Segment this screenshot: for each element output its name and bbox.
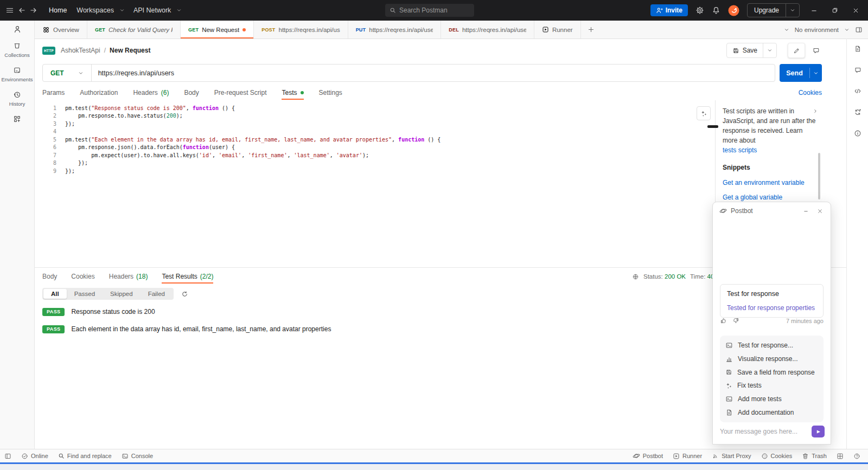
statusbar-sidebar-panel[interactable] xyxy=(4,453,11,460)
window-minimize-icon[interactable] xyxy=(807,7,821,14)
rename-pencil-button[interactable] xyxy=(788,43,805,58)
response-tab-cookies[interactable]: Cookies xyxy=(71,269,94,284)
nav-workspaces[interactable]: Workspaces xyxy=(76,7,114,14)
environment-selector[interactable]: No environment xyxy=(795,27,839,33)
sidebar-item-collections[interactable]: Collections xyxy=(4,42,29,58)
upgrade-button[interactable]: Upgrade xyxy=(747,3,800,17)
url-input[interactable]: https://reqres.in/api/users xyxy=(92,69,174,77)
thumbs-up-icon[interactable] xyxy=(720,317,727,324)
postbot-action-add-more-tests[interactable]: Add more tests xyxy=(725,395,818,403)
rightstrip-comment-icon[interactable] xyxy=(854,66,861,74)
code-line[interactable]: 4 xyxy=(42,128,710,136)
refresh-icon[interactable] xyxy=(181,291,188,298)
code-line[interactable]: 8 }); xyxy=(42,159,710,168)
statusbar-console[interactable]: Console xyxy=(122,453,153,460)
nav-api-network[interactable]: API Network xyxy=(133,7,171,14)
postbot-action-visualize-response[interactable]: Visualize response... xyxy=(725,355,818,363)
filter-skipped[interactable]: Skipped xyxy=(103,289,141,299)
postman-logo[interactable] xyxy=(728,5,739,16)
invite-button[interactable]: Invite xyxy=(650,4,688,16)
window-close-icon[interactable] xyxy=(849,7,863,14)
postbot-action-save-a-field-from-response[interactable]: Save a field from response xyxy=(725,369,818,376)
request-tab-body[interactable]: Body xyxy=(184,86,199,100)
postbot-result-link[interactable]: Tested for response properties xyxy=(727,304,816,312)
comment-button[interactable] xyxy=(808,43,824,57)
search-input[interactable]: Search Postman xyxy=(385,4,474,17)
postbot-action-fix-tests[interactable]: Fix tests xyxy=(725,382,818,389)
postbot-editor-button[interactable] xyxy=(697,106,711,120)
request-tab-params[interactable]: Params xyxy=(42,86,65,100)
response-tab-headers[interactable]: Headers(18) xyxy=(109,269,148,284)
statusbar-help[interactable] xyxy=(853,453,860,460)
rightstrip-code-icon[interactable] xyxy=(854,87,861,95)
code-line[interactable]: 2 pm.response.to.have.status(200); xyxy=(42,112,710,120)
statusbar-runner[interactable]: Runner xyxy=(673,453,702,460)
tests-code-editor[interactable]: 1pm.test("Response status code is 200", … xyxy=(42,104,710,267)
thumbs-down-icon[interactable] xyxy=(732,317,739,324)
request-tab-tests[interactable]: Tests xyxy=(282,86,303,100)
forward-arrow-icon[interactable] xyxy=(29,6,38,15)
response-tab-test-results[interactable]: Test Results(2/2) xyxy=(162,269,213,284)
code-line[interactable]: 7 pm.expect(user).to.have.all.keys('id',… xyxy=(42,151,710,159)
sidebar-item-environments[interactable]: Environments xyxy=(1,66,33,82)
chevron-down-icon[interactable] xyxy=(844,27,850,33)
new-tab-button[interactable] xyxy=(581,21,601,38)
rightstrip-document-icon[interactable] xyxy=(854,45,861,53)
statusbar-panes[interactable] xyxy=(837,453,844,460)
request-tab-headers[interactable]: Headers(6) xyxy=(133,86,169,100)
breadcrumb-collection[interactable]: AshokTestApi xyxy=(61,47,100,54)
method-select[interactable]: GET xyxy=(43,69,91,77)
tab-check-for-valid-query-pa[interactable]: GETCheck for Valid Query Pa xyxy=(87,21,181,38)
close-icon[interactable] xyxy=(815,207,825,215)
hamburger-menu-icon[interactable] xyxy=(5,6,14,15)
request-tab-pre-request-script[interactable]: Pre-request Script xyxy=(214,86,267,100)
scrollbar-thumb[interactable] xyxy=(818,153,820,199)
notifications-bell-icon[interactable] xyxy=(712,6,720,15)
code-line[interactable]: 9}); xyxy=(42,167,710,175)
environment-panel-icon[interactable] xyxy=(855,26,863,34)
breadcrumb-request-name[interactable]: New Request xyxy=(110,47,150,54)
filter-all[interactable]: All xyxy=(43,289,67,299)
code-line[interactable]: 5pm.test("Each element in the data array… xyxy=(42,136,710,144)
tab-runner[interactable]: Runner xyxy=(534,21,581,38)
collapse-panel-chevron[interactable] xyxy=(813,108,818,114)
snippet-link-get-an-environment-variable[interactable]: Get an environment variable xyxy=(723,179,816,186)
send-button[interactable]: Send xyxy=(780,64,822,82)
code-line[interactable]: 3}); xyxy=(42,120,710,128)
sidebar-item-history[interactable]: History xyxy=(9,91,25,107)
statusbar-start-proxy[interactable]: Start Proxy xyxy=(712,453,751,460)
save-button[interactable]: Save xyxy=(726,43,777,58)
chevron-down-icon[interactable] xyxy=(763,48,776,53)
postbot-action-add-documentation[interactable]: Add documentation xyxy=(725,409,818,416)
tab-new-request[interactable]: GETNew Request xyxy=(181,21,254,38)
tab-https-reqres-in-api-use[interactable]: PUThttps://reqres.in/api/use xyxy=(348,21,442,38)
postbot-send-button[interactable] xyxy=(812,426,825,437)
statusbar-trash[interactable]: Trash xyxy=(802,453,827,460)
statusbar-cookies[interactable]: Cookies xyxy=(761,453,793,460)
rightstrip-sync-icon[interactable] xyxy=(854,108,861,116)
tab-https-reqres-in-api-us[interactable]: POSThttps://reqres.in/api/us xyxy=(254,21,348,38)
chevron-down-icon[interactable] xyxy=(784,27,789,33)
statusbar-find-and-replace[interactable]: Find and replace xyxy=(58,453,112,459)
response-tab-body[interactable]: Body xyxy=(42,269,57,284)
tab-overview[interactable]: Overview xyxy=(35,21,87,38)
rightstrip-info-icon[interactable] xyxy=(854,130,861,137)
nav-home[interactable]: Home xyxy=(49,7,67,14)
filter-passed[interactable]: Passed xyxy=(67,289,103,299)
snippet-link-get-a-global-variable[interactable]: Get a global variable xyxy=(723,194,816,201)
postbot-action-test-for-response[interactable]: Test for response... xyxy=(725,342,818,349)
window-restore-icon[interactable] xyxy=(828,7,841,14)
chevron-down-icon[interactable] xyxy=(786,8,799,13)
sidebar-item-grid-plus[interactable] xyxy=(13,115,21,123)
settings-gear-icon[interactable] xyxy=(695,6,704,15)
chevron-down-icon[interactable] xyxy=(810,64,822,82)
request-tab-settings[interactable]: Settings xyxy=(319,86,342,100)
tests-scripts-link[interactable]: tests scripts xyxy=(723,145,816,155)
postbot-message-input[interactable]: Your message goes here... xyxy=(720,428,812,435)
cookies-link[interactable]: Cookies xyxy=(799,89,822,96)
code-line[interactable]: 6 pm.response.json().data.forEach(functi… xyxy=(42,144,710,152)
minimize-icon[interactable] xyxy=(801,207,811,215)
panel-resize-handle[interactable] xyxy=(707,125,718,128)
filter-failed[interactable]: Failed xyxy=(141,289,173,299)
tab-https-reqres-in-api-usei[interactable]: DELhttps://reqres.in/api/usei xyxy=(441,21,534,38)
